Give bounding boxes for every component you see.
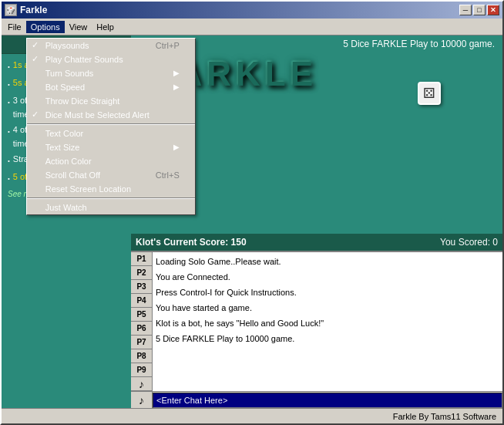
dice-alert-label: Dice Must be Selected Alert xyxy=(45,110,150,120)
chat-msg-4: You have started a game. xyxy=(156,300,499,315)
menu-dice-alert[interactable]: ✓ Dice Must be Selected Alert xyxy=(27,108,195,122)
main-window: 🎲 Farkle ─ □ ✕ File Options ✓ Playsounds… xyxy=(0,0,504,425)
text-size-label: Text Size xyxy=(45,143,80,152)
menu-text-size[interactable]: Text Size ▶ xyxy=(27,140,195,154)
turn-sounds-label: Turn Sounds xyxy=(45,69,94,78)
bullet-1s: • xyxy=(8,60,10,74)
reset-screen-label: Reset Screen Location xyxy=(45,184,131,194)
playsounds-label: Playsounds xyxy=(45,41,89,50)
status-bar: Farkle By Tams11 Software xyxy=(2,408,502,423)
text-color-label: Text Color xyxy=(45,129,84,138)
chat-input[interactable] xyxy=(153,393,502,408)
player-label-p9: P9 xyxy=(131,363,152,377)
bot-speed-arrow: ▶ xyxy=(173,83,180,91)
minimize-button[interactable]: ─ xyxy=(459,5,472,15)
menu-chatter-sounds[interactable]: ✓ Play Chatter Sounds xyxy=(27,52,195,66)
scroll-chat-label: Scroll Chat Off xyxy=(45,170,100,180)
menu-scroll-chat[interactable]: Scroll Chat Off Ctrl+S xyxy=(27,168,195,182)
menu-playsounds[interactable]: ✓ Playsounds Ctrl+P xyxy=(27,39,195,52)
player-label-p8: P8 xyxy=(131,349,152,363)
title-bar: 🎲 Farkle ─ □ ✕ xyxy=(2,2,502,19)
menu-throw-dice[interactable]: Throw Dice Straight xyxy=(27,94,195,108)
bullet-4kind: • xyxy=(8,125,10,139)
window-title: Farkle xyxy=(20,5,459,15)
chat-msg-1: Loading Solo Game..Please wait. xyxy=(156,254,499,269)
player-label-music: ♪ xyxy=(131,377,152,391)
menu-reset-screen[interactable]: Reset Screen Location xyxy=(27,182,195,196)
player-label-p7: P7 xyxy=(131,336,152,349)
menu-action-color[interactable]: Action Color xyxy=(27,154,195,168)
bot-speed-label: Bot Speed xyxy=(45,83,85,92)
dice-alert-check: ✓ xyxy=(32,110,39,120)
player-score-area: Klot's Current Score: 150 You Scored: 0 xyxy=(131,234,502,251)
player-label-p1: P1 xyxy=(131,252,152,266)
chat-msg-2: You are Connected. xyxy=(156,269,499,285)
close-button[interactable]: ✕ xyxy=(487,5,499,15)
menu-bot-speed[interactable]: Bot Speed ▶ xyxy=(27,80,195,94)
window-icon: 🎲 xyxy=(5,4,17,16)
chat-rows: P1 P2 P3 P4 P5 P6 P7 P8 P9 ♪ xyxy=(131,252,502,391)
chatter-sounds-label: Play Chatter Sounds xyxy=(45,55,123,64)
player-label-p2: P2 xyxy=(131,266,152,280)
chat-messages: Loading Solo Game..Please wait. You are … xyxy=(153,252,502,391)
menu-help[interactable]: Help xyxy=(92,21,119,33)
chat-input-row: ♪ xyxy=(131,391,502,408)
playsounds-check: ✓ xyxy=(32,40,39,50)
bullet-5s: • xyxy=(8,78,10,92)
menu-just-watch[interactable]: Just Watch xyxy=(27,201,195,214)
action-color-label: Action Color xyxy=(45,157,92,166)
bullet-5kind: • xyxy=(8,172,10,186)
menu-bar: File Options ✓ Playsounds Ctrl+P ✓ Play … xyxy=(2,19,502,35)
player-label-p5: P5 xyxy=(131,308,152,322)
options-dropdown: ✓ Playsounds Ctrl+P ✓ Play Chatter Sound… xyxy=(26,38,196,215)
status-text: Farkle By Tams11 Software xyxy=(393,412,496,421)
scroll-chat-shortcut: Ctrl+S xyxy=(156,170,180,180)
turn-sounds-arrow: ▶ xyxy=(173,69,180,77)
text-size-arrow: ▶ xyxy=(173,143,180,151)
bullet-3kind: • xyxy=(8,96,10,110)
you-score: You Scored: 0 xyxy=(440,237,498,248)
top-info: 5 Dice FARKLE Play to 10000 game. xyxy=(343,39,495,49)
title-bar-buttons: ─ □ ✕ xyxy=(459,5,499,15)
chat-msg-6: 5 Dice FARKLE Play to 10000 game. xyxy=(156,331,499,346)
chat-msg-3: Press Control-I for Quick Instructions. xyxy=(156,285,499,300)
maximize-button[interactable]: □ xyxy=(473,5,486,15)
player-label-p3: P3 xyxy=(131,280,152,294)
music-icon: ♪ xyxy=(131,392,153,409)
menu-view[interactable]: View xyxy=(65,21,92,33)
player-label-p6: P6 xyxy=(131,322,152,336)
menu-file[interactable]: File xyxy=(3,21,26,33)
throw-dice-label: Throw Dice Straight xyxy=(45,96,120,106)
separator-1 xyxy=(27,123,195,125)
separator-2 xyxy=(27,197,195,199)
player-label-p4: P4 xyxy=(131,294,152,308)
playsounds-shortcut: Ctrl+P xyxy=(156,41,180,50)
chat-panel: P1 P2 P3 P4 P5 P6 P7 P8 P9 ♪ xyxy=(131,251,502,408)
chat-msg-5: Klot is a bot, he says "Hello and Good L… xyxy=(156,315,499,331)
just-watch-label: Just Watch xyxy=(45,203,87,212)
menu-turn-sounds[interactable]: Turn Sounds ▶ xyxy=(27,66,195,80)
player-labels: P1 P2 P3 P4 P5 P6 P7 P8 P9 ♪ xyxy=(131,252,153,391)
klot-score: Klot's Current Score: 150 xyxy=(136,237,247,248)
chatter-check: ✓ xyxy=(32,54,39,64)
menu-text-color[interactable]: Text Color xyxy=(27,126,195,140)
bullet-straight: • xyxy=(8,154,10,168)
menu-options[interactable]: Options ✓ Playsounds Ctrl+P ✓ Play Chatt… xyxy=(26,21,65,33)
die-2[interactable]: ⚄ xyxy=(418,82,441,105)
